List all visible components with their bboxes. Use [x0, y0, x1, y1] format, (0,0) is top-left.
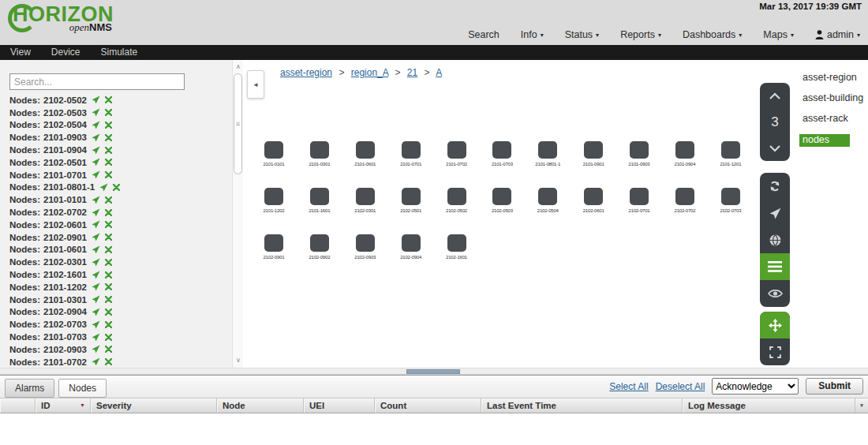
center-on-node-icon[interactable]: [92, 133, 100, 142]
select-all-link[interactable]: Select All: [609, 381, 648, 392]
topology-map[interactable]: ◄ asset-region > region_A > 21 > A 2101-…: [244, 60, 791, 368]
topology-node[interactable]: 2101-1201: [708, 141, 754, 166]
remove-from-focus-icon[interactable]: [105, 296, 112, 303]
center-on-node-icon[interactable]: [92, 245, 100, 254]
breadcrumb-link-asset-region[interactable]: asset-region: [280, 67, 332, 78]
remove-from-focus-icon[interactable]: [105, 321, 112, 328]
center-on-node-icon[interactable]: [92, 295, 100, 304]
column-header-last-event-time[interactable]: Last Event Time: [481, 398, 683, 413]
column-header-count[interactable]: Count: [375, 398, 481, 413]
nav-admin[interactable]: admin▾: [815, 29, 860, 40]
tab-nodes[interactable]: Nodes: [58, 379, 107, 398]
scroll-down-button[interactable]: ∨: [234, 356, 243, 365]
remove-from-focus-icon[interactable]: [105, 246, 112, 253]
menu-device[interactable]: Device: [41, 45, 91, 60]
remove-from-focus-icon[interactable]: [105, 271, 112, 279]
topology-node[interactable]: 2101-1601: [297, 188, 342, 213]
topology-node[interactable]: 2101-0101: [251, 141, 297, 166]
center-on-node-icon[interactable]: [92, 95, 100, 104]
remove-from-focus-icon[interactable]: [105, 221, 112, 228]
remove-from-focus-icon[interactable]: [113, 184, 120, 191]
column-header-node[interactable]: Node: [217, 398, 304, 413]
nav-reports[interactable]: Reports▾: [620, 29, 661, 40]
topology-node[interactable]: 2101-0601: [342, 141, 388, 166]
center-on-node-icon[interactable]: [92, 320, 100, 329]
topology-node[interactable]: 2101-0903: [616, 141, 662, 166]
remove-from-focus-icon[interactable]: [105, 134, 112, 141]
breadcrumb-link-region[interactable]: region_A: [351, 67, 388, 78]
deselect-all-link[interactable]: Deselect All: [656, 381, 705, 392]
refresh-button[interactable]: [760, 173, 790, 200]
remove-from-focus-icon[interactable]: [105, 259, 112, 266]
nav-search[interactable]: Search: [468, 29, 499, 40]
highlight-focus-button[interactable]: [760, 280, 790, 307]
nav-dashboards[interactable]: Dashboards▾: [683, 29, 742, 40]
topology-node[interactable]: 2102-0701: [616, 188, 662, 213]
center-on-node-icon[interactable]: [92, 158, 100, 166]
topology-node[interactable]: 2102-0901: [251, 234, 297, 260]
topology-node[interactable]: 2102-0903: [342, 234, 388, 260]
alarm-action-select[interactable]: Acknowledge: [712, 378, 799, 395]
layer-item[interactable]: nodes: [799, 134, 850, 147]
column-header-id[interactable]: ID ▼: [36, 398, 91, 413]
szl-up-button[interactable]: [760, 83, 790, 109]
horizontal-scrollbar[interactable]: [0, 368, 868, 375]
topology-node[interactable]: 2102-0902: [297, 234, 342, 260]
center-on-node-icon[interactable]: [92, 345, 100, 353]
nav-maps[interactable]: Maps▾: [763, 29, 794, 40]
remove-from-focus-icon[interactable]: [105, 346, 112, 353]
remove-from-focus-icon[interactable]: [105, 334, 112, 341]
search-input[interactable]: [9, 73, 185, 90]
center-on-node-icon[interactable]: [99, 183, 108, 192]
topology-node[interactable]: 2102-0703: [708, 188, 754, 213]
remove-from-focus-icon[interactable]: [105, 358, 112, 365]
center-on-node-icon[interactable]: [92, 258, 100, 267]
topology-node[interactable]: 2101-0301: [297, 141, 342, 166]
center-on-node-icon[interactable]: [92, 196, 100, 204]
center-on-selection-button[interactable]: [760, 200, 790, 226]
layer-item[interactable]: asset-region: [803, 73, 857, 83]
remove-from-focus-icon[interactable]: [105, 171, 112, 178]
center-on-node-icon[interactable]: [92, 233, 100, 241]
fullscreen-button[interactable]: [760, 338, 790, 365]
remove-from-focus-icon[interactable]: [105, 234, 112, 241]
center-on-node-icon[interactable]: [92, 220, 100, 229]
topology-node[interactable]: 2102-0504: [525, 188, 571, 213]
topology-node[interactable]: 2101-1202: [251, 188, 297, 213]
topology-node[interactable]: 2102-0503: [479, 188, 525, 213]
column-header-log-message[interactable]: Log Message: [683, 398, 855, 413]
remove-from-focus-icon[interactable]: [105, 159, 112, 166]
breadcrumb-link-21[interactable]: 21: [407, 67, 417, 78]
szl-down-button[interactable]: [760, 135, 790, 161]
remove-from-focus-icon[interactable]: [105, 147, 112, 154]
center-on-node-icon[interactable]: [92, 208, 100, 217]
remove-from-focus-icon[interactable]: [105, 283, 112, 290]
opennms-logo[interactable]: HORIZON openNMS: [8, 2, 114, 34]
menu-simulate[interactable]: Simulate: [90, 45, 148, 60]
center-on-node-icon[interactable]: [92, 170, 100, 179]
scroll-up-button[interactable]: ∧: [234, 62, 243, 72]
collapse-sidebar-button[interactable]: ◄: [247, 70, 264, 99]
center-on-node-icon[interactable]: [92, 146, 100, 155]
topology-node[interactable]: 2101-0701: [388, 141, 434, 166]
geo-map-button[interactable]: [760, 226, 790, 253]
remove-from-focus-icon[interactable]: [105, 196, 112, 204]
remove-from-focus-icon[interactable]: [105, 122, 112, 129]
topology-node[interactable]: 2102-0501: [388, 188, 434, 213]
remove-from-focus-icon[interactable]: [105, 109, 112, 116]
topology-node[interactable]: 2101-0703: [479, 141, 525, 166]
center-on-node-icon[interactable]: [92, 271, 100, 279]
center-on-node-icon[interactable]: [92, 121, 100, 129]
center-on-node-icon[interactable]: [92, 357, 100, 366]
column-menu-button[interactable]: ▾: [855, 398, 868, 413]
tab-alarms[interactable]: Alarms: [5, 379, 54, 398]
topology-node[interactable]: 2101-0702: [434, 141, 480, 166]
layers-button[interactable]: [760, 253, 790, 280]
column-header-uei[interactable]: UEI: [304, 398, 375, 413]
remove-from-focus-icon[interactable]: [105, 309, 112, 316]
pan-mode-button[interactable]: [760, 312, 790, 338]
center-on-node-icon[interactable]: [92, 308, 100, 316]
center-on-node-icon[interactable]: [92, 333, 100, 342]
layer-item[interactable]: asset-building: [803, 93, 863, 103]
center-on-node-icon[interactable]: [92, 282, 100, 291]
